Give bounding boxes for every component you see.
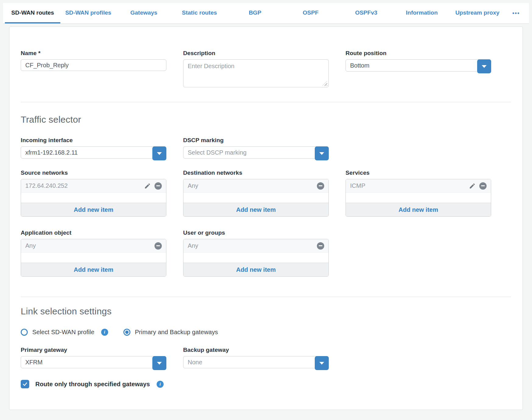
route-position-label: Route position [346,50,491,57]
destination-networks-field-group: Destination networks Any Add new item [183,170,329,217]
tab-bgp[interactable]: BGP [227,3,283,23]
route-position-value: Bottom [350,62,369,69]
source-networks-listbox: 172.64.240.252 Add new item [21,179,166,217]
list-item: 172.64.240.252 [21,179,166,193]
listbox-empty-area [346,193,491,203]
service-value: ICMP [350,182,465,189]
source-networks-field-group: Source networks 172.64.240.252 Add new i… [21,170,166,217]
route-form-card: Name * Description Route position Bottom [9,26,523,410]
route-position-field-group: Route position Bottom [346,50,491,72]
remove-item-icon[interactable] [317,242,324,250]
backup-gateway-select[interactable]: None [183,356,329,368]
tab-sd-wan-routes[interactable]: SD-WAN routes [5,3,60,23]
user-or-groups-listbox: Any Add new item [183,239,329,277]
tab-ospfv3[interactable]: OSPFv3 [339,3,394,23]
chevron-down-icon[interactable] [315,356,329,370]
info-icon[interactable]: i [101,329,108,336]
networks-services-row: Source networks 172.64.240.252 Add new i… [21,170,511,217]
tab-bar: SD-WAN routes SD-WAN profiles Gateways S… [3,3,529,24]
description-textarea[interactable] [183,59,329,87]
edit-pencil-icon[interactable] [469,183,476,189]
radio-select-sd-wan-profile[interactable]: Select SD-WAN profile [21,329,94,336]
remove-item-icon[interactable] [154,182,162,190]
source-networks-label: Source networks [21,170,166,176]
destination-networks-label: Destination networks [183,170,329,176]
route-position-select[interactable]: Bottom [346,59,491,72]
incoming-interface-value: xfrm1-192.168.2.11 [25,149,78,156]
destination-networks-listbox: Any Add new item [183,179,329,217]
services-label: Services [346,170,491,176]
interface-dscp-row: Incoming interface xfrm1-192.168.2.11 DS… [21,137,511,159]
radio-selected-icon[interactable] [123,329,130,336]
edit-pencil-icon[interactable] [144,183,151,189]
primary-gateway-field-group: Primary gateway XFRM [21,347,166,368]
dscp-marking-select[interactable]: Select DSCP marking [183,146,329,159]
route-only-checkbox-label: Route only through specified gateways [35,381,150,388]
listbox-empty-area [183,193,328,203]
services-listbox: ICMP Add new item [346,179,491,217]
add-new-item-button[interactable]: Add new item [346,203,491,216]
application-object-field-group: Application object Any Add new item [21,229,166,277]
add-new-item-button[interactable]: Add new item [183,263,328,276]
add-new-item-button[interactable]: Add new item [21,263,166,276]
services-field-group: Services ICMP Add new item [346,170,491,217]
application-object-listbox: Any Add new item [21,239,166,277]
link-selection-radio-group: Select SD-WAN profile i Primary and Back… [21,329,511,336]
chevron-down-icon[interactable] [152,146,166,160]
radio-unselected-icon[interactable] [21,329,28,336]
dscp-marking-placeholder: Select DSCP marking [188,149,246,156]
destination-network-value: Any [188,182,313,189]
incoming-interface-field-group: Incoming interface xfrm1-192.168.2.11 [21,137,166,159]
chevron-down-icon[interactable] [477,59,491,73]
tab-ospf[interactable]: OSPF [283,3,338,23]
route-only-checkbox[interactable] [21,380,29,388]
list-item: Any [183,239,328,253]
radio-primary-backup-label: Primary and Backup gateways [135,329,218,336]
tabs-more-ellipsis-icon[interactable]: ••• [505,3,527,23]
section-divider [21,102,511,102]
info-icon[interactable]: i [157,381,164,388]
tab-gateways[interactable]: Gateways [116,3,172,23]
incoming-interface-label: Incoming interface [21,137,166,144]
sd-wan-routes-page: SD-WAN routes SD-WAN profiles Gateways S… [0,0,532,420]
user-or-groups-field-group: User or groups Any Add new item [183,229,329,277]
dscp-marking-label: DSCP marking [183,137,329,144]
application-object-value: Any [25,242,151,249]
incoming-interface-select[interactable]: xfrm1-192.168.2.11 [21,146,166,159]
backup-gateway-label: Backup gateway [183,347,329,353]
description-label: Description [183,50,329,57]
checkmark-icon [22,381,28,387]
name-input[interactable] [21,59,166,71]
remove-item-icon[interactable] [317,182,324,190]
primary-gateway-value: XFRM [25,359,43,366]
add-new-item-button[interactable]: Add new item [21,203,166,216]
primary-gateway-select[interactable]: XFRM [21,356,166,368]
backup-gateway-field-group: Backup gateway None [183,347,329,368]
listbox-empty-area [21,253,166,263]
radio-primary-and-backup-gateways[interactable]: Primary and Backup gateways [123,329,218,336]
gateways-row: Primary gateway XFRM Backup gateway None [21,347,511,368]
backup-gateway-value: None [188,359,202,366]
chevron-down-icon[interactable] [152,356,166,370]
remove-item-icon[interactable] [154,242,162,250]
traffic-selector-heading: Traffic selector [21,114,511,125]
dscp-marking-field-group: DSCP marking Select DSCP marking [183,137,329,159]
source-network-value: 172.64.240.252 [25,182,140,189]
user-or-groups-label: User or groups [183,229,329,236]
link-selection-heading: Link selection settings [21,306,511,317]
tab-information[interactable]: Information [394,3,449,23]
primary-gateway-label: Primary gateway [21,347,166,353]
remove-item-icon[interactable] [479,182,487,190]
tab-sd-wan-profiles[interactable]: SD-WAN profiles [60,3,116,23]
name-field-group: Name * [21,50,166,71]
listbox-empty-area [183,253,328,263]
route-only-checkbox-row: Route only through specified gateways i [21,380,511,388]
chevron-down-icon[interactable] [315,146,329,160]
name-label: Name * [21,50,166,57]
list-item: Any [183,179,328,193]
user-or-groups-value: Any [188,242,313,249]
add-new-item-button[interactable]: Add new item [183,203,328,216]
tab-upstream-proxy[interactable]: Upstream proxy [450,3,505,23]
tab-static-routes[interactable]: Static routes [172,3,227,23]
listbox-empty-area [21,193,166,203]
